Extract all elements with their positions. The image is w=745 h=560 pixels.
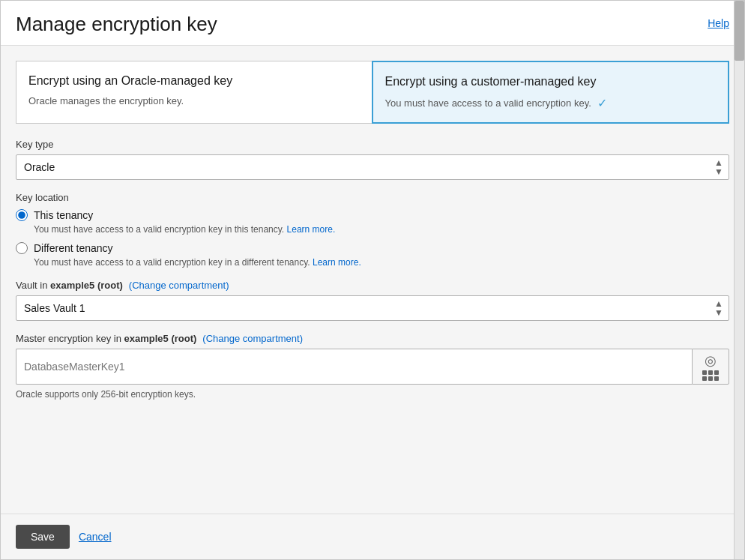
grid-icon	[702, 370, 719, 381]
save-button[interactable]: Save	[16, 525, 70, 549]
scrollbar-track[interactable]	[734, 1, 744, 559]
this-tenancy-item: This tenancy You must have access to a v…	[16, 209, 729, 235]
different-tenancy-learn-more[interactable]: Learn more.	[313, 257, 361, 268]
oracle-managed-title: Encrypt using an Oracle-managed key	[28, 73, 360, 89]
oracle-managed-card[interactable]: Encrypt using an Oracle-managed key Orac…	[16, 61, 372, 124]
customer-managed-title: Encrypt using a customer-managed key	[385, 74, 717, 90]
dialog-header: Manage encryption key Help	[1, 1, 744, 46]
this-tenancy-learn-more[interactable]: Learn more.	[287, 224, 336, 235]
dialog-body: Encrypt using an Oracle-managed key Orac…	[1, 46, 744, 514]
manage-encryption-dialog: Manage encryption key Help Encrypt using…	[0, 0, 745, 560]
master-key-input[interactable]	[16, 349, 692, 385]
this-tenancy-desc: You must have access to a valid encrypti…	[34, 224, 729, 235]
option-cards: Encrypt using an Oracle-managed key Orac…	[16, 61, 729, 124]
page-title: Manage encryption key	[16, 13, 217, 36]
this-tenancy-radio[interactable]	[16, 209, 28, 221]
key-type-select-wrapper: Oracle HSM Software ▲ ▼	[16, 154, 729, 180]
vault-section-header: Vault in example5 (root) (Change compart…	[16, 280, 729, 291]
vault-change-compartment-link[interactable]: (Change compartment)	[129, 280, 229, 291]
oracle-managed-desc: Oracle manages the encryption key.	[28, 95, 360, 106]
dialog-footer: Save Cancel	[1, 514, 744, 559]
master-key-label-text: Master encryption key in example5 (root)	[16, 333, 196, 344]
different-tenancy-item: Different tenancy You must have access t…	[16, 242, 729, 268]
key-type-label: Key type	[16, 139, 729, 150]
encryption-key-hint: Oracle supports only 256-bit encryption …	[16, 389, 729, 400]
check-mark-icon: ✓	[597, 96, 607, 110]
customer-managed-card[interactable]: Encrypt using a customer-managed key You…	[372, 61, 730, 124]
key-type-select[interactable]: Oracle HSM Software	[16, 154, 729, 180]
different-tenancy-radio[interactable]	[16, 242, 28, 254]
life-ring-icon: ◎	[705, 352, 717, 369]
master-key-input-group: ◎	[16, 349, 729, 385]
radio-group: This tenancy You must have access to a v…	[16, 209, 729, 268]
key-location-label: Key location	[16, 192, 729, 203]
master-key-group: Master encryption key in example5 (root)…	[16, 333, 729, 400]
master-key-section-header: Master encryption key in example5 (root)…	[16, 333, 729, 344]
master-key-change-compartment-link[interactable]: (Change compartment)	[202, 333, 303, 344]
scrollbar-thumb[interactable]	[735, 1, 744, 61]
different-tenancy-label[interactable]: Different tenancy	[16, 242, 729, 254]
vault-select[interactable]: Sales Vault 1	[16, 295, 729, 321]
browse-button[interactable]: ◎	[692, 349, 729, 385]
this-tenancy-label[interactable]: This tenancy	[16, 209, 729, 221]
key-location-group: Key location This tenancy You must have …	[16, 192, 729, 268]
vault-compartment: example5 (root)	[50, 280, 123, 291]
vault-group: Vault in example5 (root) (Change compart…	[16, 280, 729, 321]
customer-managed-desc: You must have access to a valid encrypti…	[385, 96, 717, 110]
vault-select-wrapper: Sales Vault 1 ▲ ▼	[16, 295, 729, 321]
master-key-compartment: example5 (root)	[124, 333, 197, 344]
key-type-group: Key type Oracle HSM Software ▲ ▼	[16, 139, 729, 180]
different-tenancy-desc: You must have access to a valid encrypti…	[34, 257, 729, 268]
vault-label-text: Vault in example5 (root)	[16, 280, 123, 291]
help-link[interactable]: Help	[708, 17, 729, 29]
cancel-button[interactable]: Cancel	[79, 531, 112, 543]
